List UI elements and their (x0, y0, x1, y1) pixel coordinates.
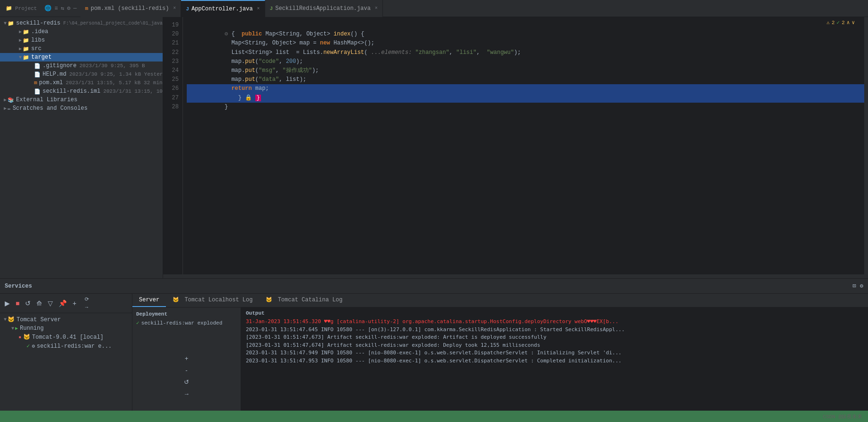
deployment-panel: Deployment ✓ seckill-redis:war exploded … (132, 308, 241, 411)
minimize-icon[interactable]: — (73, 5, 77, 12)
stop-square-icon: ■ (19, 335, 21, 339)
align-icon[interactable]: ≡ (54, 5, 58, 12)
editor-hscrollbar[interactable] (163, 274, 868, 278)
svc-deploy-item[interactable]: ✓ ⚙ seckill-redis:war e... (0, 342, 132, 351)
deploy-action-1[interactable]: + (136, 354, 237, 362)
log-line-5: 2023-01-31 13:51:47.953 INFO 10580 --- [… (246, 357, 863, 365)
tree-external-libs[interactable]: ▶ 📚 External Libraries (0, 96, 163, 104)
help-md-icon: 📄 (34, 71, 41, 78)
tree-pom-xml[interactable]: m pom.xml 2023/1/31 13:15, 5.17 kB 32 mi… (0, 79, 163, 87)
seckill-tab-close[interactable]: × (375, 6, 378, 11)
tree-root[interactable]: ▼ 📁 seckill-redis F:\04_personal_project… (0, 19, 163, 27)
add-btn[interactable]: + (70, 299, 78, 308)
pin-btn[interactable]: 📌 (57, 299, 69, 308)
nav-btn[interactable]: → (82, 304, 91, 311)
code-editor[interactable]: ⚠ 2 ✓ 2 ∧ ∨ ⚙ { public Map<String, Objec… (183, 17, 864, 274)
deploy-check-icon: ✓ (26, 343, 30, 350)
seckill-tab-icon: J (270, 6, 273, 11)
tab-bar: 📁 Project 🌐 ≡ ⇆ ⚙ — m pom.xml (seckill-r… (0, 0, 868, 17)
scroll-up-btn[interactable]: ⟰ (35, 299, 44, 308)
tree-gitignore[interactable]: 📄 .gitignore 2023/1/30 9:25, 395 B (0, 62, 163, 70)
arrow-up-icon[interactable]: ∧ (847, 19, 850, 27)
localhost-log-icon: 🐱 (173, 297, 179, 303)
expand-icon[interactable]: ⇆ (61, 5, 64, 12)
svc-content: Deployment ✓ seckill-redis:war exploded … (132, 308, 868, 411)
deployment-item: ✓ seckill-redis:war exploded (136, 320, 237, 326)
catalina-log-icon: 🐱 (266, 297, 272, 303)
status-bar: CSDN @妹夜未来 (0, 411, 868, 422)
scratches-icon: ✏ (8, 106, 11, 112)
deploy-icon: ⚙ (32, 343, 35, 349)
services-tree: ▼ 🐱 Tomcat Server ▼ ▶ Running ■ 🐱 (0, 313, 132, 411)
warning-badge[interactable]: ⚠ 2 ✓ 2 ∧ ∨ (826, 19, 855, 27)
tree-help-md[interactable]: 📄 HELP.md 2023/1/30 9:25, 1.34 kB Yester… (0, 70, 163, 79)
code-view: 19 20 21 22 23 24 25 26 27 28 ⚠ 2 ✓ 2 (163, 17, 868, 274)
check-count: 2 (842, 19, 845, 27)
deploy-check-icon2: ✓ (136, 320, 139, 326)
arrow-down-icon[interactable]: ∨ (851, 19, 855, 27)
ext-libs-icon: 📚 (8, 97, 14, 103)
tab-pom[interactable]: m pom.xml (seckill-redis) × (80, 0, 181, 17)
tree-libs[interactable]: ▶ 📁 libs (0, 36, 163, 44)
services-body: ▶ ■ ↺ ⟰ ▽ 📌 + ⟳ → ▼ 🐱 Tomcat Server (0, 294, 868, 411)
restart-btn[interactable]: ↺ (23, 299, 33, 308)
gitignore-icon: 📄 (34, 63, 41, 69)
running-dot: ▶ (15, 325, 18, 331)
tree-target[interactable]: ▼ 📁 target (0, 53, 163, 62)
pom-xml-icon: m (34, 80, 37, 86)
svc-tab-server[interactable]: Server (132, 294, 166, 307)
pom-tab-icon: m (85, 6, 88, 11)
project-label: 📁 Project (2, 5, 41, 11)
editor-scrollbar[interactable] (864, 17, 868, 274)
code-line-26: } 🔒 } (187, 84, 864, 93)
reload-btn[interactable]: ⟳ (82, 296, 91, 303)
tree-iml[interactable]: 📄 seckill-redis.iml 2023/1/31 13:15, 10.… (0, 87, 163, 96)
deploy-action-4[interactable]: → (136, 390, 237, 398)
tab-seckill-app[interactable]: J SeckillRedisApplication.java × (265, 0, 383, 17)
warning-count: 2 (832, 19, 835, 27)
code-line-27: } (187, 94, 864, 103)
output-panel: Output 31-Jan-2023 13:51:45.320 ♥♥g [cat… (241, 308, 868, 411)
project-tree: ▼ 📁 seckill-redis F:\04_personal_project… (0, 17, 163, 278)
expand-window-icon[interactable]: ⊡ (853, 282, 856, 290)
settings-gear-icon[interactable]: ⚙ (860, 282, 863, 290)
project-sidebar: ▼ 📁 seckill-redis F:\04_personal_project… (0, 17, 163, 278)
stop-btn[interactable]: ■ (14, 299, 21, 308)
globe-icon[interactable]: 🌐 (44, 5, 52, 12)
services-header: Services ⊡ ⚙ (0, 279, 868, 294)
svc-tomcat-server[interactable]: ▼ 🐱 Tomcat Server (0, 315, 132, 324)
deploy-action-3[interactable]: ↺ (136, 378, 237, 386)
log-line-1: 2023-01-31 13:51:47.645 INFO 10580 --- [… (246, 326, 863, 334)
svc-tab-catalina-log[interactable]: 🐱 Tomcat Catalina Log (259, 294, 349, 307)
deploy-action-2[interactable]: - (136, 366, 237, 374)
pom-tab-close[interactable]: × (173, 6, 176, 11)
tomcat-icon: 🐱 (8, 316, 15, 323)
tree-idea[interactable]: ▶ 📁 .idea (0, 27, 163, 36)
services-left: ▶ ■ ↺ ⟰ ▽ 📌 + ⟳ → ▼ 🐱 Tomcat Server (0, 294, 132, 411)
app-tab-close[interactable]: × (257, 6, 260, 11)
services-right: Server 🐱 Tomcat Localhost Log 🐱 Tomcat C… (132, 294, 868, 411)
main-area: ▼ 📁 seckill-redis F:\04_personal_project… (0, 17, 868, 278)
side-actions: ⟳ → (82, 296, 91, 311)
iml-icon: 📄 (34, 88, 41, 95)
line-numbers: 19 20 21 22 23 24 25 26 27 28 (163, 17, 183, 274)
filter-btn[interactable]: ▽ (46, 299, 55, 308)
settings-icon[interactable]: ⚙ (67, 5, 70, 12)
svc-running[interactable]: ▼ ▶ Running (0, 324, 132, 333)
deploy-action-buttons: + - ↺ → (136, 354, 237, 398)
svc-tab-localhost-log[interactable]: 🐱 Tomcat Localhost Log (166, 294, 259, 307)
services-title: Services (5, 283, 32, 290)
deployment-header: Deployment (136, 311, 237, 317)
tree-scratches[interactable]: ▶ ✏ Scratches and Consoles (0, 104, 163, 113)
tree-src[interactable]: ▶ 📁 src (0, 44, 163, 53)
code-line-28 (187, 103, 864, 112)
services-panel: Services ⊡ ⚙ ▶ ■ ↺ ⟰ ▽ 📌 + ⟳ → (0, 278, 868, 411)
tab-app-controller[interactable]: J AppController.java × (181, 0, 265, 17)
svc-tomcat-instance[interactable]: ■ 🐱 Tomcat-9.0.41 [local] (0, 333, 132, 342)
warning-icon: ⚠ (826, 19, 830, 27)
output-header: Output (246, 310, 863, 316)
services-toolbar: ▶ ■ ↺ ⟰ ▽ 📌 + ⟳ → (0, 294, 132, 313)
app-tab-icon: J (186, 6, 189, 12)
run-btn[interactable]: ▶ (3, 299, 12, 308)
services-tabs: Server 🐱 Tomcat Localhost Log 🐱 Tomcat C… (132, 294, 868, 308)
